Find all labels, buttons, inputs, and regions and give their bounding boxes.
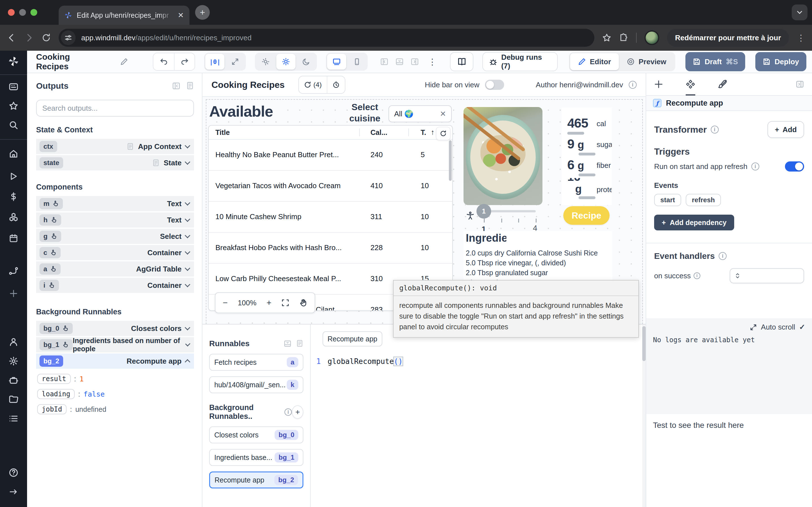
collapse-rail-arrow-icon[interactable] [0, 482, 27, 501]
search-icon[interactable] [0, 115, 27, 135]
table-row[interactable]: Healthy No Bake Peanut Butter Pret... 24… [209, 140, 452, 171]
output-row-ctx[interactable]: ctx App Context [36, 139, 194, 154]
theme-auto-icon[interactable] [256, 54, 275, 69]
expand-logs-icon[interactable] [750, 324, 757, 331]
user-icon[interactable] [0, 332, 27, 351]
reload-icon[interactable] [42, 33, 51, 42]
collapse-right-panel-icon[interactable] [796, 80, 804, 89]
browser-update-button[interactable]: Redémarrer pour mettre à jour [667, 29, 789, 47]
browser-menu-kebab-icon[interactable]: ⋮ [797, 33, 805, 43]
add-bg-runnable-button[interactable]: + [292, 405, 303, 419]
favorites-star-icon[interactable] [0, 96, 27, 115]
chevron-down-icon[interactable] [185, 249, 190, 255]
runnable-gmail[interactable]: hub/1408/gmail/_sen... k [209, 376, 303, 393]
on-success-select[interactable] [730, 268, 804, 283]
table-refresh-button[interactable] [436, 127, 451, 140]
desktop-view-button[interactable] [327, 54, 346, 69]
code-line[interactable]: 1 globalRecompute () [316, 357, 403, 365]
workers-icon[interactable] [0, 371, 27, 390]
component-row-a[interactable]: a AgGrid Table [36, 262, 194, 277]
add-plus-icon[interactable] [0, 284, 27, 303]
chevron-down-icon[interactable] [185, 216, 190, 222]
chevron-up-icon[interactable] [185, 359, 190, 365]
col-time[interactable]: T. [421, 128, 426, 136]
editor-tab[interactable]: Editor [570, 53, 619, 70]
flows-route-icon[interactable] [0, 262, 27, 281]
bg-runnable-ingredients[interactable]: Ingredients base... bg_1 [209, 449, 303, 466]
extensions-puzzle-icon[interactable] [619, 33, 628, 42]
doc-outline-icon[interactable] [186, 82, 194, 90]
info-icon[interactable]: i [285, 408, 292, 416]
schedules-calendar-icon[interactable] [0, 229, 27, 248]
chevron-down-icon[interactable] [185, 143, 190, 149]
collapse-panel-icon[interactable] [172, 82, 181, 90]
refresh-app-button[interactable]: (4) [299, 76, 327, 93]
insert-component-plus-tab[interactable] [654, 73, 663, 96]
logs-list-icon[interactable] [0, 409, 27, 428]
history-button[interactable] [327, 76, 345, 93]
resources-cubes-icon[interactable] [0, 207, 27, 226]
cuisine-select[interactable]: All 🌍 ✕ [389, 105, 452, 122]
close-window-button[interactable] [8, 9, 15, 16]
apps-icon[interactable] [0, 77, 27, 96]
runs-play-icon[interactable] [0, 167, 27, 186]
docs-book-button[interactable] [450, 52, 473, 71]
col-calories[interactable]: Cal... [370, 128, 388, 136]
bookmark-star-icon[interactable] [602, 33, 611, 42]
chevron-down-icon[interactable] [185, 265, 190, 271]
chevron-down-icon[interactable] [185, 282, 190, 287]
mobile-view-button[interactable] [347, 54, 366, 69]
output-row-state[interactable]: state State [36, 155, 194, 170]
edit-title-pencil-icon[interactable] [120, 58, 128, 66]
info-icon[interactable]: i [711, 126, 719, 133]
table-row[interactable]: Breakfast Hobo Packs with Hash Bro... 22… [209, 233, 452, 264]
centered-layout-button[interactable]: |0| [205, 54, 224, 69]
back-icon[interactable] [7, 33, 16, 43]
toggle-right-panel-icon[interactable] [410, 57, 419, 66]
component-row-i[interactable]: i Container [36, 278, 194, 293]
doc-outline-icon[interactable] [296, 340, 303, 348]
clear-select-x-icon[interactable]: ✕ [440, 110, 446, 118]
component-row-g[interactable]: g Select [36, 229, 194, 244]
bg-runnable-closest-colors[interactable]: Closest colors bg_0 [209, 427, 303, 443]
add-dependency-button[interactable]: + Add dependency [654, 215, 734, 230]
component-row-c[interactable]: c Container [36, 245, 194, 260]
runnable-fetch-recipes[interactable]: Fetch recipes a [209, 354, 303, 371]
add-transformer-button[interactable]: + Add [767, 121, 804, 138]
address-bar[interactable]: app.windmill.dev/apps/edit/u/henri/recip… [59, 29, 594, 47]
chevron-down-icon[interactable] [185, 325, 190, 330]
component-row-m[interactable]: m Text [36, 196, 194, 211]
table-row[interactable]: Vegetarian Tacos with Avocado Cream 410 … [209, 171, 452, 202]
home-icon[interactable] [0, 144, 27, 163]
table-row[interactable]: 10 Minute Cashew Shrimp 311 10 [209, 202, 452, 233]
toggle-bottom-panel-icon[interactable] [395, 57, 404, 66]
run-on-start-toggle[interactable] [785, 161, 804, 172]
component-row-h[interactable]: h Text [36, 212, 194, 228]
collapse-bottom-icon[interactable] [284, 340, 292, 348]
theme-light-sun-icon[interactable] [276, 54, 296, 69]
people-slider-handle[interactable]: 1 [476, 204, 491, 219]
table-scrollbar[interactable] [449, 140, 452, 181]
hide-bar-toggle[interactable] [485, 80, 504, 90]
deploy-button[interactable]: Deploy [755, 52, 806, 71]
pan-hand-icon[interactable] [299, 299, 307, 307]
info-icon[interactable]: i [694, 272, 700, 279]
toggle-left-panel-icon[interactable] [380, 57, 389, 66]
tab-search-chevron-icon[interactable] [792, 4, 808, 20]
bg-row-0[interactable]: bg_0 Closest colors [36, 321, 194, 336]
chevron-down-icon[interactable] [185, 159, 190, 165]
full-width-button[interactable] [225, 54, 245, 69]
browser-tab[interactable]: Edit App u/henri/recipes_impr ✕ [59, 6, 190, 25]
info-icon[interactable]: i [751, 163, 759, 170]
bg-runnable-recompute-app-selected[interactable]: Recompute app bg_2 [209, 471, 303, 489]
preview-tab[interactable]: Preview [619, 53, 674, 70]
info-icon[interactable]: i [719, 252, 726, 260]
people-slider-track[interactable] [484, 210, 536, 212]
col-title[interactable]: Title [215, 128, 230, 136]
auto-scroll-check-icon[interactable]: ✓ [799, 323, 805, 332]
draft-button[interactable]: Draft ⌘S [686, 52, 745, 71]
chevron-down-icon[interactable] [185, 341, 190, 346]
editor-runnable-tab[interactable]: Recompute app [322, 331, 382, 346]
maximize-window-button[interactable] [31, 9, 37, 16]
minimize-window-button[interactable] [19, 9, 26, 16]
